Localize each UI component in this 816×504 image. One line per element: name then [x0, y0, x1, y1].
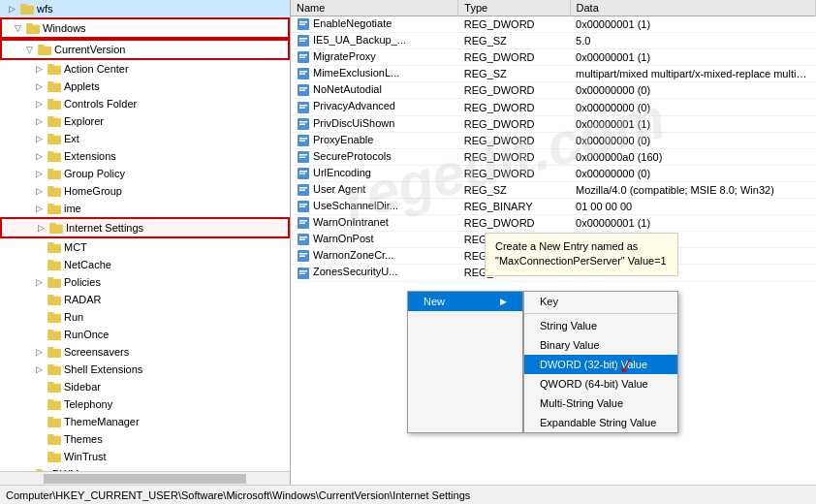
- svg-rect-82: [299, 171, 307, 173]
- cell-name: EnableNegotiate: [291, 16, 458, 33]
- table-row[interactable]: MimeExclusionL...REG_SZmultipart/mixed m…: [291, 66, 816, 82]
- table-row[interactable]: PrivacyAdvancedREG_DWORD0x00000000 (0): [291, 99, 816, 115]
- cell-name: WarnOnPost: [291, 232, 458, 248]
- table-row[interactable]: PrivDiscUiShownREG_DWORD0x00000001 (1): [291, 115, 816, 132]
- submenu-multi-string[interactable]: Multi-String Value: [524, 394, 677, 413]
- tree-item-theme-manager[interactable]: ThemeManager: [0, 413, 290, 430]
- table-row[interactable]: User AgentREG_SZMozilla/4.0 (compatible;…: [291, 181, 816, 198]
- svg-rect-86: [299, 190, 305, 192]
- table-row[interactable]: ProxyEnableREG_DWORD0x00000000 (0): [291, 132, 816, 148]
- table-row[interactable]: NoNetAutodialREG_DWORD0x00000000 (0): [291, 82, 816, 99]
- svg-rect-65: [299, 74, 305, 76]
- tree-item-controls-folder[interactable]: ▷ Controls Folder: [0, 95, 290, 112]
- tree-item-ime[interactable]: ▷ ime: [0, 200, 290, 217]
- svg-rect-20: [47, 188, 61, 197]
- svg-rect-1: [20, 4, 26, 7]
- cell-data: 5.0: [570, 33, 815, 49]
- svg-rect-14: [47, 136, 61, 144]
- svg-rect-11: [47, 99, 53, 102]
- cell-type: REG_DWORD: [458, 115, 570, 132]
- expand-icon-themes: [31, 431, 47, 447]
- tree-item-currentversion[interactable]: ▽ CurrentVersion: [0, 39, 290, 60]
- tree-item-applets[interactable]: ▷ Applets: [0, 78, 290, 95]
- svg-rect-47: [47, 417, 53, 420]
- table-row[interactable]: UseSchannelDir...REG_BINARY01 00 00 00: [291, 199, 816, 215]
- tree-item-wintrust[interactable]: WinTrust: [0, 448, 290, 465]
- tree-label-shell-ext: Shell Extensions: [64, 363, 142, 375]
- tree-item-runonce[interactable]: RunOnce: [0, 326, 290, 343]
- svg-rect-22: [47, 205, 61, 214]
- cell-type: REG_DWORD: [458, 16, 570, 33]
- submenu-qword-value[interactable]: QWORD (64-bit) Value: [524, 374, 677, 394]
- cell-type: REG_DWORD: [458, 165, 570, 181]
- svg-rect-40: [47, 366, 61, 375]
- cell-data: 01 00 00 00: [570, 199, 815, 215]
- svg-rect-59: [299, 41, 305, 43]
- svg-rect-9: [47, 81, 53, 84]
- svg-rect-17: [47, 151, 53, 154]
- svg-rect-94: [299, 236, 307, 238]
- svg-rect-21: [47, 186, 53, 189]
- tree-label-ext: Ext: [64, 133, 79, 144]
- tree-item-radar[interactable]: RADAR: [0, 291, 290, 308]
- tree-item-mct[interactable]: MCT: [0, 238, 290, 256]
- tree-scrollbar[interactable]: [0, 471, 290, 485]
- submenu-key[interactable]: Key: [524, 292, 677, 311]
- tree-label-extensions: Extensions: [64, 150, 116, 162]
- submenu-dword-value[interactable]: DWORD (32-bit) Value: [524, 355, 677, 374]
- expand-icon-ss: ▷: [31, 344, 47, 360]
- tree-item-wfs[interactable]: ▷ wfs: [0, 0, 290, 17]
- tree-item-action-center[interactable]: ▷ Action Center: [0, 60, 290, 78]
- tree-item-extensions[interactable]: ▷ Extensions: [0, 147, 290, 165]
- svg-rect-44: [47, 401, 61, 410]
- svg-rect-0: [20, 6, 34, 15]
- context-menu-new[interactable]: New ▶: [408, 292, 522, 311]
- tree-item-policies[interactable]: ▷ Policies: [0, 273, 290, 291]
- table-row[interactable]: EnableNegotiateREG_DWORD0x00000001 (1): [291, 16, 816, 33]
- tree-item-internet-settings[interactable]: ▷ Internet Settings: [0, 217, 290, 238]
- svg-rect-25: [49, 223, 55, 226]
- table-row[interactable]: WarnOnIntranetREG_DWORD0x00000001 (1): [291, 215, 816, 232]
- expand-icon-ime: ▷: [31, 201, 47, 216]
- tree-item-shell-ext[interactable]: ▷ Shell Extensions: [0, 361, 290, 378]
- expand-icon-gp: ▷: [31, 166, 47, 181]
- tree-item-ext[interactable]: ▷ Ext: [0, 130, 290, 147]
- tree-item-homegroup[interactable]: ▷ HomeGroup: [0, 182, 290, 200]
- submenu-expandable-string[interactable]: Expandable String Value: [524, 413, 677, 432]
- folder-icon-gp: [47, 167, 62, 180]
- tree-label-controls-folder: Controls Folder: [64, 98, 137, 110]
- cell-data: 0x00000001 (1): [570, 215, 815, 232]
- tree-label-ime: ime: [64, 203, 81, 214]
- tree-item-telephony[interactable]: Telephony: [0, 395, 290, 413]
- table-row[interactable]: SecureProtocolsREG_DWORD0x000000a0 (160): [291, 148, 816, 165]
- tree-label-netcache: NetCache: [64, 259, 111, 270]
- tree-item-netcache[interactable]: NetCache: [0, 256, 290, 273]
- tree-item-group-policy[interactable]: ▷ Group Policy: [0, 165, 290, 182]
- expand-icon-sidebar: [31, 379, 47, 394]
- tree-item-screensavers[interactable]: ▷ Screensavers: [0, 343, 290, 361]
- table-row[interactable]: UrlEncodingREG_DWORD0x00000000 (0): [291, 165, 816, 181]
- submenu-string-value[interactable]: String Value: [524, 316, 677, 335]
- svg-rect-92: [299, 223, 305, 225]
- cell-data: 0x00000001 (1): [570, 49, 815, 66]
- tree-item-run[interactable]: Run: [0, 308, 290, 326]
- tree-label-radar: RADAR: [64, 294, 102, 305]
- tree-scroll[interactable]: ▷ wfs ▽ Windows ▽: [0, 0, 290, 471]
- tree-item-windows[interactable]: ▽ Windows: [0, 17, 290, 39]
- table-row[interactable]: IE5_UA_Backup_...REG_SZ5.0: [291, 33, 816, 49]
- tree-item-sidebar[interactable]: Sidebar: [0, 378, 290, 395]
- expand-icon-windows: ▽: [10, 20, 25, 36]
- tree-label-explorer: Explorer: [64, 115, 104, 127]
- expand-icon-she: ▷: [31, 362, 47, 377]
- cell-name: ZonesSecurityU...: [291, 265, 458, 281]
- tree-item-themes[interactable]: Themes: [0, 430, 290, 448]
- submenu-binary-value[interactable]: Binary Value: [524, 335, 677, 355]
- folder-icon-cv: [37, 43, 52, 56]
- tree-item-explorer[interactable]: ▷ Explorer: [0, 112, 290, 130]
- svg-rect-51: [47, 452, 53, 455]
- folder-icon-mct: [47, 240, 62, 254]
- new-label: New: [424, 296, 445, 307]
- col-type: Type: [458, 0, 570, 16]
- table-row[interactable]: MigrateProxyREG_DWORD0x00000001 (1): [291, 49, 816, 66]
- svg-rect-24: [49, 225, 63, 234]
